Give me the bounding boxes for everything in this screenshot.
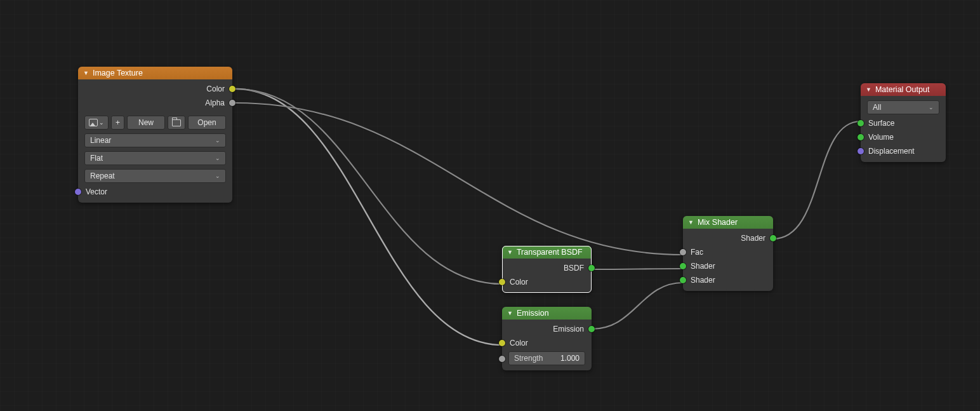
socket-label: Vector (86, 187, 107, 196)
input-shader-2: Shader (683, 273, 773, 287)
select-value: Flat (90, 154, 103, 163)
socket-output-emission[interactable] (588, 326, 595, 332)
socket-label: Volume (868, 133, 894, 142)
socket-input-strength[interactable] (499, 356, 505, 362)
collapse-triangle-icon[interactable]: ▼ (83, 71, 89, 76)
output-alpha: Alpha (78, 96, 232, 110)
collapse-triangle-icon[interactable]: ▼ (507, 250, 513, 255)
node-image-texture[interactable]: ▼ Image Texture Color Alpha ⌄ + New Open (78, 67, 232, 203)
socket-label: Emission (553, 325, 584, 334)
socket-output-shader[interactable] (770, 235, 776, 241)
node-title: Transparent BSDF (517, 248, 583, 257)
node-title: Mix Shader (698, 218, 738, 227)
open-image-button[interactable]: Open (188, 116, 226, 130)
chevron-down-icon: ⌄ (215, 137, 220, 144)
socket-label: BSDF (564, 264, 584, 273)
node-header[interactable]: ▼ Material Output (861, 83, 946, 96)
socket-label: Color (206, 84, 225, 93)
select-value: Linear (90, 136, 111, 145)
socket-label: Fac (691, 248, 703, 257)
socket-output-bsdf[interactable] (588, 265, 595, 271)
node-mix-shader[interactable]: ▼ Mix Shader Shader Fac Shader Shader (683, 216, 773, 291)
socket-input-surface[interactable] (858, 120, 864, 126)
socket-input-fac[interactable] (680, 249, 686, 255)
socket-input-color[interactable] (499, 279, 505, 285)
socket-input-shader[interactable] (680, 263, 686, 269)
node-material-output[interactable]: ▼ Material Output All ⌄ Surface Volume D… (861, 83, 946, 162)
socket-input-volume[interactable] (858, 134, 864, 140)
socket-label: Surface (868, 119, 894, 128)
add-image-button[interactable]: + (111, 116, 124, 130)
collapse-triangle-icon[interactable]: ▼ (866, 87, 871, 93)
collapse-triangle-icon[interactable]: ▼ (507, 311, 513, 316)
image-icon (89, 119, 98, 126)
input-fac: Fac (683, 245, 773, 259)
node-header[interactable]: ▼ Emission (502, 307, 592, 320)
new-image-button[interactable]: New (127, 116, 165, 130)
node-title: Emission (517, 309, 549, 318)
input-color: Color (502, 275, 592, 289)
input-displacement: Displacement (861, 144, 946, 158)
socket-output-color[interactable] (229, 86, 235, 92)
socket-label: Displacement (868, 147, 915, 156)
socket-label: Color (510, 278, 528, 286)
output-bsdf: BSDF (502, 261, 592, 275)
socket-label: Shader (741, 234, 765, 243)
interpolation-select[interactable]: Linear ⌄ (84, 133, 226, 147)
chevron-down-icon: ⌄ (215, 173, 220, 179)
node-editor-grid[interactable] (0, 0, 980, 411)
input-vector: Vector (78, 185, 232, 199)
image-browse-button[interactable]: ⌄ (84, 116, 109, 130)
socket-label: Shader (691, 276, 715, 285)
output-shader: Shader (683, 231, 773, 245)
node-header[interactable]: ▼ Mix Shader (683, 216, 773, 229)
collapse-triangle-icon[interactable]: ▼ (688, 220, 694, 226)
socket-label: Alpha (205, 98, 225, 107)
node-header[interactable]: ▼ Image Texture (78, 67, 232, 79)
node-title: Material Output (875, 85, 929, 94)
input-surface: Surface (861, 116, 946, 130)
node-header[interactable]: ▼ Transparent BSDF (502, 246, 592, 259)
socket-output-alpha[interactable] (229, 100, 235, 106)
open-folder-button[interactable] (168, 116, 185, 130)
field-label: Strength (514, 354, 543, 363)
node-emission[interactable]: ▼ Emission Emission Color Strength 1.000 (502, 307, 592, 370)
output-emission: Emission (502, 322, 592, 336)
chevron-down-icon: ⌄ (215, 155, 220, 161)
chevron-down-icon: ⌄ (929, 104, 934, 111)
input-shader-1: Shader (683, 259, 773, 273)
input-volume: Volume (861, 130, 946, 144)
socket-input-vector[interactable] (75, 189, 81, 195)
field-value: 1.000 (560, 354, 579, 363)
socket-input-color[interactable] (499, 340, 505, 346)
socket-input-shader[interactable] (680, 277, 686, 283)
input-color: Color (502, 336, 592, 350)
projection-select[interactable]: Flat ⌄ (84, 151, 226, 165)
strength-field[interactable]: Strength 1.000 (508, 351, 585, 365)
extension-select[interactable]: Repeat ⌄ (84, 169, 226, 183)
socket-label: Color (510, 339, 528, 347)
select-value: Repeat (90, 172, 115, 180)
target-select[interactable]: All ⌄ (867, 100, 939, 114)
node-transparent-bsdf[interactable]: ▼ Transparent BSDF BSDF Color (502, 246, 592, 293)
socket-input-displacement[interactable] (858, 148, 864, 154)
select-value: All (873, 103, 881, 112)
chevron-down-icon: ⌄ (99, 119, 104, 126)
socket-label: Shader (691, 262, 715, 271)
node-title: Image Texture (93, 69, 143, 77)
output-color: Color (78, 82, 232, 96)
folder-icon (172, 119, 181, 126)
